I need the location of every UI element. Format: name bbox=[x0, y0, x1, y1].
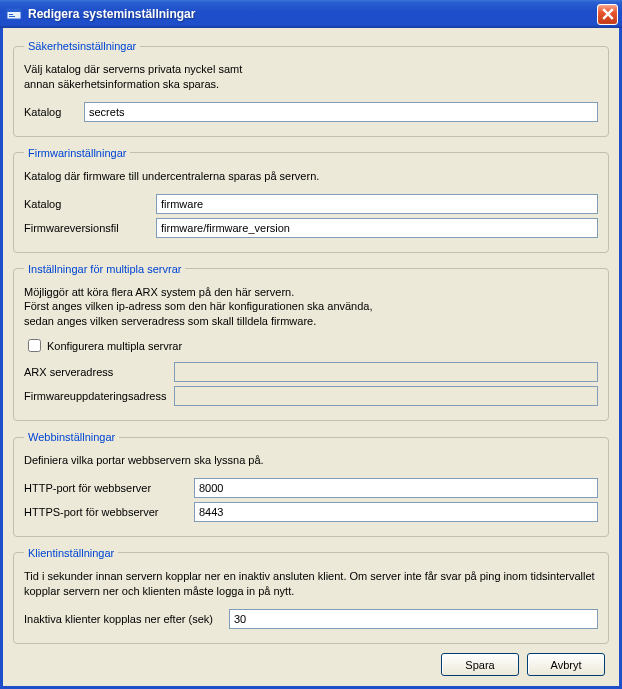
row-firmware-version: Firmwareversionsfil bbox=[24, 218, 598, 238]
group-multi-legend: Inställningar för multipla servrar bbox=[24, 263, 185, 275]
cancel-button[interactable]: Avbryt bbox=[527, 653, 605, 676]
row-arx-address: ARX serveradress bbox=[24, 362, 598, 382]
group-firmware-legend: Firmwarinställningar bbox=[24, 147, 130, 159]
app-icon bbox=[6, 6, 22, 22]
security-katalog-label: Katalog bbox=[24, 106, 84, 118]
client-timeout-label: Inaktiva klienter kopplas ner efter (sek… bbox=[24, 613, 229, 625]
svg-rect-2 bbox=[9, 14, 13, 15]
close-button[interactable] bbox=[597, 4, 618, 25]
firmware-katalog-label: Katalog bbox=[24, 198, 156, 210]
scroll-area[interactable]: Säkerhetsinställningar Välj katalog där … bbox=[3, 28, 619, 645]
firmware-version-input[interactable] bbox=[156, 218, 598, 238]
security-desc-line1: Välj katalog där serverns privata nyckel… bbox=[24, 63, 242, 75]
row-http-port: HTTP-port för webbserver bbox=[24, 478, 598, 498]
group-firmware: Firmwarinställningar Katalog där firmwar… bbox=[13, 147, 609, 253]
save-button[interactable]: Spara bbox=[441, 653, 519, 676]
row-client-timeout: Inaktiva klienter kopplas ner efter (sek… bbox=[24, 609, 598, 629]
button-bar: Spara Avbryt bbox=[3, 645, 619, 686]
row-security-katalog: Katalog bbox=[24, 102, 598, 122]
multi-desc-line2: Först anges vilken ip-adress som den här… bbox=[24, 300, 373, 312]
group-client-legend: Klientinställningar bbox=[24, 547, 118, 559]
arx-address-input bbox=[174, 362, 598, 382]
window-body: Säkerhetsinställningar Välj katalog där … bbox=[0, 28, 622, 689]
web-description: Definiera vilka portar webbservern ska l… bbox=[24, 453, 598, 468]
group-web: Webbinställningar Definiera vilka portar… bbox=[13, 431, 609, 537]
window-title: Redigera systeminställningar bbox=[28, 7, 597, 21]
row-firmware-katalog: Katalog bbox=[24, 194, 598, 214]
firmware-katalog-input[interactable] bbox=[156, 194, 598, 214]
security-desc-line2: annan säkerhetsinformation ska sparas. bbox=[24, 78, 219, 90]
https-port-input[interactable] bbox=[194, 502, 598, 522]
group-multi: Inställningar för multipla servrar Möjli… bbox=[13, 263, 609, 422]
row-https-port: HTTPS-port för webbserver bbox=[24, 502, 598, 522]
title-bar: Redigera systeminställningar bbox=[0, 0, 622, 28]
multi-config-checkbox[interactable] bbox=[28, 339, 41, 352]
http-port-input[interactable] bbox=[194, 478, 598, 498]
multi-desc-line3: sedan anges vilken serveradress som skal… bbox=[24, 315, 316, 327]
security-katalog-input[interactable] bbox=[84, 102, 598, 122]
firmware-description: Katalog där firmware till undercentraler… bbox=[24, 169, 598, 184]
row-fw-update-address: Firmwareuppdateringsadress bbox=[24, 386, 598, 406]
fw-update-address-label: Firmwareuppdateringsadress bbox=[24, 390, 174, 402]
group-security-legend: Säkerhetsinställningar bbox=[24, 40, 140, 52]
client-timeout-input[interactable] bbox=[229, 609, 598, 629]
row-multi-checkbox: Konfigurera multipla servrar bbox=[28, 339, 598, 352]
multi-description: Möjliggör att köra flera ARX system på d… bbox=[24, 285, 598, 330]
multi-config-checkbox-label[interactable]: Konfigurera multipla servrar bbox=[47, 340, 182, 352]
firmware-version-label: Firmwareversionsfil bbox=[24, 222, 156, 234]
group-web-legend: Webbinställningar bbox=[24, 431, 119, 443]
https-port-label: HTTPS-port för webbserver bbox=[24, 506, 194, 518]
svg-rect-3 bbox=[9, 16, 15, 17]
svg-rect-1 bbox=[7, 9, 21, 12]
security-description: Välj katalog där serverns privata nyckel… bbox=[24, 62, 598, 92]
http-port-label: HTTP-port för webbserver bbox=[24, 482, 194, 494]
group-client: Klientinställningar Tid i sekunder innan… bbox=[13, 547, 609, 644]
group-security: Säkerhetsinställningar Välj katalog där … bbox=[13, 40, 609, 137]
close-icon bbox=[602, 8, 614, 20]
multi-desc-line1: Möjliggör att köra flera ARX system på d… bbox=[24, 286, 294, 298]
client-description: Tid i sekunder innan servern kopplar ner… bbox=[24, 569, 598, 599]
arx-address-label: ARX serveradress bbox=[24, 366, 174, 378]
fw-update-address-input bbox=[174, 386, 598, 406]
